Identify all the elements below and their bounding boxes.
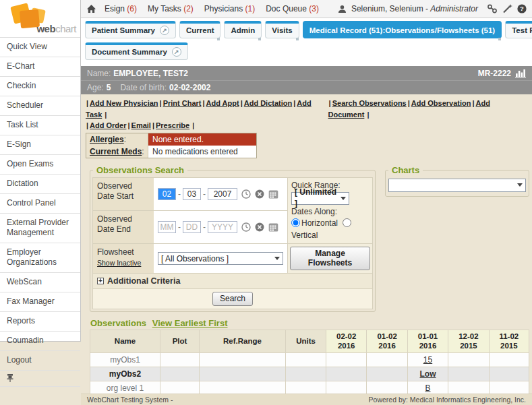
count-badge: (6) [127,4,137,13]
tab-medical-record-51-observations-flowsheet[interactable]: Medical Record (51):Observations/Flowshe… [303,21,502,38]
observation-value-link[interactable]: B [425,383,431,393]
topbar-item-my-tasks[interactable]: My Tasks (2) [148,4,194,13]
search-button[interactable]: Search [212,292,253,306]
quick-links-row2: Add OrderEmailPrescribe [86,120,194,131]
value-cell [489,352,529,367]
tab-visits[interactable]: Visits [265,21,299,38]
allergies-link[interactable]: Allergies [90,135,124,144]
sidebar-item-external-provider-management[interactable]: External Provider Management [0,214,80,243]
flowsheet-select[interactable]: [ All Observations ] [158,252,283,265]
quick-links-left: Add New PhysicianPrint ChartAdd ApptAdd … [86,98,328,120]
start-year-input[interactable] [208,188,237,200]
start-clear-icon[interactable] [255,189,264,199]
tab-document-summary[interactable]: Document Summary↗ [85,42,188,60]
sidebar-item-coumadin[interactable]: Coumadin [0,332,80,351]
sidebar-item-reports[interactable]: Reports [0,312,80,332]
start-day-input[interactable] [183,188,201,200]
quick-range-select[interactable]: [ Unlimited ] [291,192,349,205]
end-time-icon[interactable] [241,222,251,232]
quick-link-add-order[interactable]: Add Order [86,121,126,129]
observation-name: myObs2 [90,367,160,381]
sidebar-item-webscan[interactable]: WebScan [0,273,80,292]
quick-link-add-new-physician[interactable]: Add New Physician [86,99,158,107]
sidebar-item-quick-view[interactable]: Quick View [0,38,80,57]
sidebar-item-scheduler[interactable]: Scheduler [0,96,80,116]
start-calendar-icon[interactable] [268,189,278,199]
observed-date-end-inputs: - - [154,211,287,244]
chevron-down-icon [341,197,346,200]
end-month-input[interactable] [158,221,176,233]
value-cell [367,367,407,381]
start-time-icon[interactable] [241,189,251,199]
home-icon[interactable] [86,4,96,13]
end-clear-icon[interactable] [255,222,264,232]
sidebar-item-e-sign[interactable]: E-Sign [0,135,80,155]
wand-icon[interactable] [502,4,512,13]
plot-cell [160,352,200,367]
observation-value-link[interactable]: Low [420,369,436,379]
quick-link-add-appt[interactable]: Add Appt [202,99,239,107]
observation-value-link[interactable]: 15 [423,355,432,365]
sidebar-item-dictation[interactable]: Dictation [0,175,80,194]
sidebar-item-fax-manager[interactable]: Fax Manager [0,292,80,312]
sidebar-item-e-chart[interactable]: E-Chart [0,57,80,77]
view-earliest-first-link[interactable]: View Earliest First [152,318,228,328]
topbar-item-doc-queue[interactable]: Doc Queue (3) [266,4,319,13]
popout-icon[interactable]: ↗ [172,47,181,57]
quick-link-search-observations[interactable]: Search Observations [329,99,407,107]
sidebar-pin[interactable] [0,371,80,387]
user-name[interactable]: Selenium, Selenium - Administrator [351,4,478,13]
sidebar-item-employer-organizations[interactable]: Employer Organizations [0,243,80,273]
quick-links-right: Search ObservationsAdd ObservationAdd Do… [328,98,528,120]
patient-age: 5 [107,83,111,92]
quick-link-add-observation[interactable]: Add Observation [408,99,471,107]
webchart-logo[interactable]: webchart [0,0,80,38]
ref-range-cell [200,352,286,367]
charts-select[interactable] [388,179,526,192]
observed-date-start-label: Observed Date Start [93,178,154,211]
column-header-ref-range: Ref.Range [200,330,286,353]
charts-panel: Charts [385,165,529,197]
footer-system-name: WebChart Testing System - [87,396,173,404]
chart-stats-icon[interactable] [515,69,526,77]
tab-corner-mark [296,38,299,40]
column-header-plot: Plot [160,330,200,353]
quick-link-add-dictation[interactable]: Add Dictation [241,99,293,107]
sidebar-item-logout[interactable]: Logout [0,351,80,371]
table-row-myobs2: myObs2Low [90,367,529,381]
tab-patient-summary[interactable]: Patient Summary↗ [85,21,176,38]
end-year-input[interactable] [208,221,237,233]
link-icon[interactable] [487,4,498,13]
start-month-input[interactable] [158,188,176,200]
horizontal-radio[interactable] [291,218,300,227]
tab-admin[interactable]: Admin [224,21,262,38]
additional-criteria-toggle[interactable]: + Additional Criteria [93,274,372,289]
expand-plus-icon[interactable]: + [97,278,104,284]
help-icon[interactable]: ? [517,4,527,13]
end-calendar-icon[interactable] [268,222,278,232]
user-icon [338,5,347,13]
current-meds-link[interactable]: Current Meds [90,147,142,156]
sidebar-item-checkin[interactable]: Checkin [0,77,80,96]
tab-test-results[interactable]: Test Results [505,21,532,38]
topbar-item-esign[interactable]: Esign (6) [105,4,137,13]
webchart-logo-text: webchart [36,23,76,34]
end-day-input[interactable] [183,221,201,233]
main-area: Esign (6)My Tasks (2)Physicians (1)Doc Q… [81,0,532,405]
top-bar: Esign (6)My Tasks (2)Physicians (1)Doc Q… [81,0,532,18]
vertical-radio[interactable] [343,218,351,227]
value-cell [326,367,367,381]
sidebar-item-control-panel[interactable]: Control Panel [0,194,80,214]
value-cell [448,367,489,381]
show-inactive-link[interactable]: Show Inactive [97,259,141,267]
charts-title: Charts [388,165,423,175]
quick-link-prescribe[interactable]: Prescribe [152,121,189,129]
topbar-item-physicians[interactable]: Physicians (1) [204,4,255,13]
quick-link-print-chart[interactable]: Print Chart [160,99,202,107]
tab-current[interactable]: Current [179,21,221,38]
sidebar-item-open-exams[interactable]: Open Exams [0,155,80,175]
popout-icon[interactable]: ↗ [160,26,169,35]
manage-flowsheets-button[interactable]: Manage Flowsheets [290,247,370,270]
quick-link-email[interactable]: Email [127,121,150,129]
sidebar-item-task-list[interactable]: Task List [0,116,80,135]
